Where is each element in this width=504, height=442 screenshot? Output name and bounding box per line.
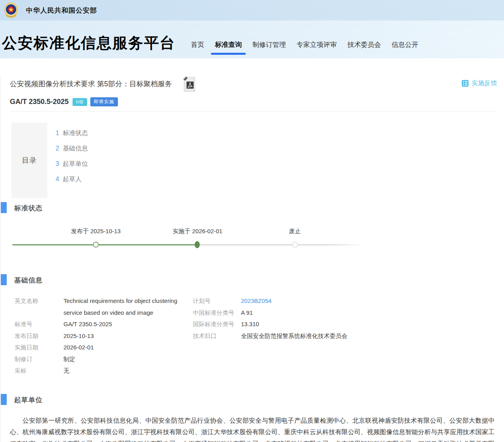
toc-item-label: 基础信息 (63, 144, 88, 153)
plan-number-link[interactable]: 2023BZ054 (241, 295, 272, 307)
info-row-revision-type: 制修订 制定 (15, 353, 504, 365)
implementation-feedback-link[interactable]: 实施反馈 (461, 79, 497, 87)
header-divider (10, 111, 497, 111)
pdf-file-icon[interactable]: PDF (182, 76, 197, 93)
info-value: 2025-10-13 (63, 330, 188, 342)
section-header-drafting-units: 起草单位 (0, 396, 504, 405)
document-title: 公安视频图像分析技术要求 第5部分：目标聚档服务 (10, 76, 172, 92)
info-value: GA/T 2350.5-2025 (63, 318, 188, 330)
info-label: 标准号 (15, 318, 63, 330)
toc-item-drafters[interactable]: 4 起草人 (56, 175, 88, 184)
drafting-units-paragraph: 公安部第一研究所、公安部科技信息化局、中国安全防范产品行业协会、公安部安全与警用… (10, 415, 495, 442)
info-value: Technical requirements for object cluste… (63, 295, 188, 318)
toc-item-status[interactable]: 1 标准状态 (56, 129, 88, 137)
document-code-row: GA/T 2350.5-2025 HB 即将实施 (10, 97, 495, 106)
nav-item-revision-management[interactable]: 制修订管理 (252, 38, 286, 58)
info-label: 英文名称 (15, 295, 63, 318)
nav-item-technical-committee[interactable]: 技术委员会 (347, 38, 381, 58)
info-value: 无 (63, 365, 188, 377)
status-timeline: 发布于 2025-10-13 实施于 2026-02-01 废止 (0, 222, 504, 260)
info-label: 制修订 (15, 353, 63, 365)
header-band: 公安标准化信息服务平台 首页 标准查询 制修订管理 专家立项评审 技术委员会 信… (0, 20, 504, 58)
info-value: 全国安全防范报警系统标准化技术委员会 (241, 330, 347, 342)
timeline-dot-abolished (292, 242, 298, 248)
status-badge: 即将实施 (90, 97, 118, 106)
timeline-label-published: 发布于 2025-10-13 (71, 228, 121, 235)
toc-item-label: 标准状态 (63, 129, 88, 137)
toc-item-number: 2 (56, 144, 59, 153)
feedback-list-icon (461, 80, 469, 87)
section-header-basic-info: 基础信息 (0, 276, 504, 285)
info-value: 13.310 (241, 318, 259, 330)
section-header-status: 标准状态 (0, 204, 504, 213)
section-bar-icon (1, 202, 7, 213)
info-label: 实施日期 (15, 342, 63, 353)
info-row-technical-committee: 技术归口 全国安全防范报警系统标准化技术委员会 (193, 330, 347, 342)
toc-item-number: 4 (56, 175, 59, 184)
timeline-dot-published (93, 242, 99, 248)
basic-info-right-column: 计划号 2023BZ054 中国标准分类号 A 91 国际标准分类号 13.31… (193, 295, 347, 342)
info-label: 国际标准分类号 (193, 318, 241, 330)
main-content: 公安视频图像分析技术要求 第5部分：目标聚档服务 PDF 实施反馈 GA/T (0, 76, 504, 442)
basic-info-grid: 英文名称 Technical requirements for object c… (15, 295, 504, 377)
info-row-implement-date: 实施日期 2026-02-01 (15, 342, 504, 353)
section-bar-icon (1, 274, 7, 285)
section-title: 标准状态 (14, 204, 43, 212)
timeline-segment-done (12, 244, 197, 245)
timeline-label-implemented: 实施于 2026-02-01 (173, 228, 222, 235)
toc-item-number: 3 (56, 160, 59, 168)
top-bar: 中华人民共和国公安部 (0, 0, 504, 20)
toc-title: 目录 (22, 156, 37, 165)
police-emblem-logo (3, 2, 19, 19)
info-row-ics: 国际标准分类号 13.310 (193, 318, 347, 330)
toc-list: 1 标准状态 2 基础信息 3 起草单位 4 起草人 (56, 129, 88, 190)
info-value: 制定 (63, 353, 188, 365)
info-label: 发布日期 (15, 330, 63, 342)
nav-item-expert-review[interactable]: 专家立项评审 (297, 38, 337, 58)
info-label: 采标 (15, 365, 63, 377)
timeline-label-abolished: 废止 (289, 228, 301, 235)
info-value: A 91 (241, 307, 253, 319)
document-header-row: 公安视频图像分析技术要求 第5部分：目标聚档服务 PDF 实施反馈 (10, 76, 497, 93)
drafting-units-text: 公安部第一研究所、公安部科技信息化局、中国安全防范产品行业协会、公安部安全与警用… (10, 417, 495, 442)
main-nav: 首页 标准查询 制修订管理 专家立项评审 技术委员会 信息公开 (191, 38, 418, 58)
section-bar-icon (1, 394, 7, 405)
section-title: 起草单位 (14, 396, 43, 404)
info-value: 2026-02-01 (63, 342, 188, 353)
toc-item-number: 1 (56, 129, 59, 137)
toc-item-label: 起草单位 (63, 160, 88, 168)
toc-item-label: 起草人 (63, 175, 82, 184)
nav-item-home[interactable]: 首页 (191, 38, 204, 58)
timeline-dot-implemented (195, 241, 200, 248)
timeline-segment-future (197, 244, 364, 245)
nav-item-info-disclosure[interactable]: 信息公开 (392, 38, 418, 58)
ministry-name: 中华人民共和国公安部 (26, 6, 97, 15)
toc-item-drafting-units[interactable]: 3 起草单位 (56, 160, 88, 168)
table-of-contents: 目录 1 标准状态 2 基础信息 3 起草单位 4 起草人 (11, 123, 504, 198)
info-row-adoption: 采标 无 (15, 365, 504, 377)
section-title: 基础信息 (14, 277, 43, 284)
platform-title: 公安标准化信息服务平台 (2, 33, 175, 53)
info-label: 中国标准分类号 (193, 307, 241, 319)
info-row-plan-number: 计划号 2023BZ054 (193, 295, 347, 307)
standard-code: GA/T 2350.5-2025 (10, 98, 69, 106)
nav-item-standard-search[interactable]: 标准查询 (215, 38, 242, 58)
toc-box: 目录 (11, 123, 47, 198)
info-label: 计划号 (193, 295, 241, 307)
toc-item-basic-info[interactable]: 2 基础信息 (56, 144, 88, 153)
info-label: 技术归口 (193, 330, 241, 342)
feedback-label: 实施反馈 (472, 79, 497, 87)
info-row-ccs: 中国标准分类号 A 91 (193, 307, 347, 319)
hb-badge: HB (73, 98, 87, 106)
